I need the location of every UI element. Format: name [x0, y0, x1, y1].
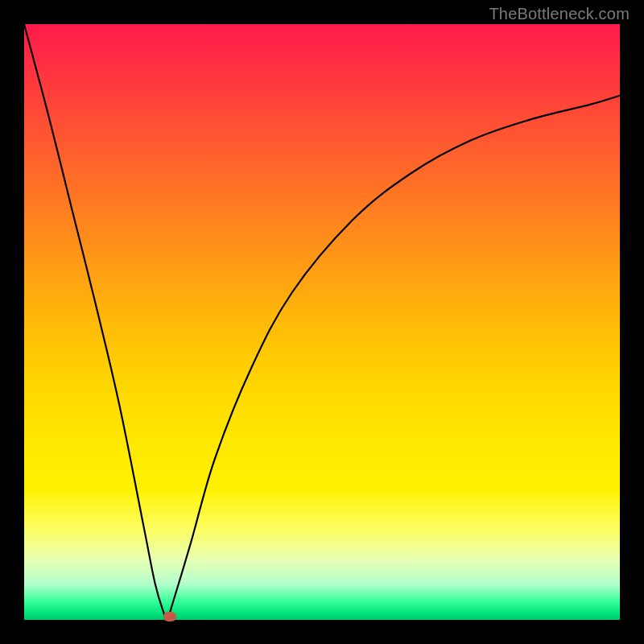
- chart-frame: TheBottleneck.com: [0, 0, 644, 644]
- watermark-text: TheBottleneck.com: [489, 5, 630, 23]
- plot-area: [24, 24, 620, 620]
- curve-path: [24, 24, 620, 621]
- optimal-point-marker: [163, 612, 176, 621]
- bottleneck-curve: [24, 24, 620, 620]
